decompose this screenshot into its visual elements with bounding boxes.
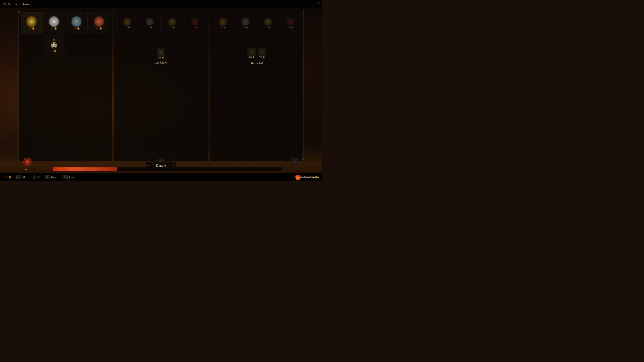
small-med-icon bbox=[264, 18, 272, 26]
title-bar: ✦ ⚙ Shrine of Orius ✦ bbox=[0, 0, 322, 9]
small-med-icon bbox=[286, 18, 294, 26]
small-item-2-4[interactable]: 100 bbox=[184, 12, 206, 34]
item-price-3: 100 bbox=[74, 27, 80, 30]
pendant-price: 25 bbox=[52, 50, 56, 52]
small-price-2-2: 100 bbox=[147, 26, 152, 28]
hotkey-label-select: Select bbox=[22, 176, 28, 178]
currency-display-left: 0 bbox=[6, 176, 12, 178]
small-item-3-2[interactable]: 100 bbox=[234, 12, 256, 34]
coin-icon bbox=[246, 27, 248, 28]
medallion-icon-4 bbox=[94, 16, 104, 27]
hotkey-icon-return: ESC bbox=[63, 175, 68, 179]
faded-item-3b bbox=[258, 48, 266, 56]
item-price-2: 100 bbox=[51, 27, 57, 30]
hud-orb-left bbox=[24, 158, 32, 166]
small-item-2-2[interactable]: 100 bbox=[139, 12, 161, 34]
item-grid-1: 100 100 100 bbox=[18, 10, 112, 58]
tier-locked-price-2: 300 bbox=[158, 57, 164, 59]
medallion-icon-2 bbox=[49, 16, 59, 27]
donate-button-container: Donate bbox=[146, 162, 176, 169]
small-med-icon bbox=[242, 18, 250, 26]
item-price-1: 100 bbox=[29, 27, 34, 30]
small-price-3-4: 500 bbox=[288, 26, 293, 28]
donate-button[interactable]: Donate bbox=[146, 162, 176, 169]
coin-icon bbox=[100, 27, 102, 30]
sword-decoration bbox=[24, 167, 28, 172]
coin-icon bbox=[77, 27, 80, 30]
item-slot-medallion-2[interactable]: 100 bbox=[43, 12, 65, 34]
svg-point-10 bbox=[261, 51, 263, 53]
tier-locked-item-3b: 350 bbox=[258, 48, 266, 59]
svg-point-8 bbox=[250, 51, 253, 53]
coin-icon bbox=[252, 56, 254, 58]
hotkeys-group: □ Select ✕ Ok F Donate ESC Return bbox=[16, 175, 78, 179]
logo-icon bbox=[296, 175, 300, 180]
small-med-icon bbox=[168, 18, 176, 26]
coin-icon bbox=[54, 27, 57, 30]
svg-rect-15 bbox=[296, 176, 297, 179]
small-price-2-4: 100 bbox=[192, 26, 197, 28]
small-item-3-3[interactable]: 350 bbox=[257, 12, 279, 34]
hotkey-label-return: Return bbox=[68, 176, 74, 178]
small-price-3-1: 100 bbox=[220, 26, 226, 28]
panels-container: 100 100 100 bbox=[18, 10, 304, 161]
tier-locked-price-3b: 350 bbox=[259, 56, 265, 58]
svg-point-6 bbox=[160, 52, 162, 54]
page-title: Shrine of Orius bbox=[8, 2, 29, 6]
small-price-3-3: 350 bbox=[266, 26, 270, 28]
coin-icon bbox=[32, 27, 34, 30]
svg-rect-16 bbox=[297, 177, 297, 179]
hotkey-icon-donate: F bbox=[46, 175, 50, 179]
svg-point-4 bbox=[53, 44, 54, 45]
tier-locked-label-2: Tier locked bbox=[155, 61, 167, 64]
tier-locked-area-3: 400 350 Tie bbox=[210, 39, 304, 73]
item-slot-empty-1 bbox=[21, 35, 42, 56]
hotkey-icon-ok: ✕ bbox=[33, 175, 36, 179]
small-item-2-1[interactable]: 100 bbox=[116, 12, 138, 34]
coin-icon bbox=[54, 50, 56, 52]
medallion-icon-1 bbox=[26, 16, 36, 27]
small-price-2-3: 100 bbox=[170, 26, 175, 28]
corner-ornament-tr: ✦ bbox=[317, 1, 320, 6]
hotkey-label-ok: Ok bbox=[38, 176, 40, 178]
coin-icon-left bbox=[9, 176, 12, 178]
hotkey-label-donate: Donate bbox=[51, 176, 58, 178]
svg-rect-19 bbox=[299, 176, 299, 179]
hotkey-icon-select: □ bbox=[16, 175, 21, 179]
small-item-3-4[interactable]: 500 bbox=[280, 12, 301, 34]
tier-locked-item-2 bbox=[157, 48, 165, 57]
svg-point-0 bbox=[53, 39, 55, 41]
tier-locked-item-3a: 400 bbox=[247, 48, 256, 59]
coin-icon bbox=[291, 27, 293, 28]
svg-rect-17 bbox=[297, 177, 298, 179]
hotkey-return: ESC Return bbox=[63, 175, 74, 179]
small-item-2-3[interactable]: 100 bbox=[161, 12, 183, 34]
bottom-bar: 0 □ Select ✕ Ok F Donate ESC Return 6,02… bbox=[0, 173, 322, 181]
currency-value-left: 0 bbox=[6, 176, 8, 178]
coin-icon bbox=[173, 27, 175, 28]
small-item-3-1[interactable]: 100 bbox=[212, 12, 234, 34]
item-slot-medallion-3[interactable]: 100 bbox=[66, 12, 88, 34]
tier-locked-area-2: 300 Tier locked bbox=[114, 39, 208, 73]
item-slot-medallion-4[interactable]: 100 bbox=[88, 12, 110, 34]
item-price-4: 100 bbox=[96, 27, 102, 30]
small-item-grid-2: 100 100 100 10 bbox=[114, 10, 208, 36]
hotkey-select: □ Select bbox=[16, 175, 28, 179]
tier-locked-items-row: 400 350 bbox=[247, 48, 266, 59]
coin-icon bbox=[128, 27, 130, 28]
coin-icon bbox=[224, 27, 226, 28]
panel-items-3: 100 100 350 50 bbox=[210, 10, 304, 161]
small-med-icon bbox=[146, 18, 154, 26]
item-slot-pendant[interactable]: 25 bbox=[43, 35, 65, 56]
small-med-icon bbox=[123, 18, 131, 26]
corner-ornament-tl: ✦ bbox=[2, 1, 5, 6]
svg-rect-18 bbox=[298, 176, 299, 179]
svg-rect-20 bbox=[299, 177, 300, 179]
tier-locked-label-3: Tier locked bbox=[251, 62, 263, 65]
small-price-3-2: 100 bbox=[243, 26, 248, 28]
hud-orb-right bbox=[290, 158, 298, 166]
logo-text: GAMER GUIDES bbox=[301, 176, 319, 179]
svg-rect-14 bbox=[26, 166, 26, 168]
item-slot-medallion-1[interactable]: 100 bbox=[21, 12, 42, 34]
coin-icon bbox=[269, 27, 270, 28]
